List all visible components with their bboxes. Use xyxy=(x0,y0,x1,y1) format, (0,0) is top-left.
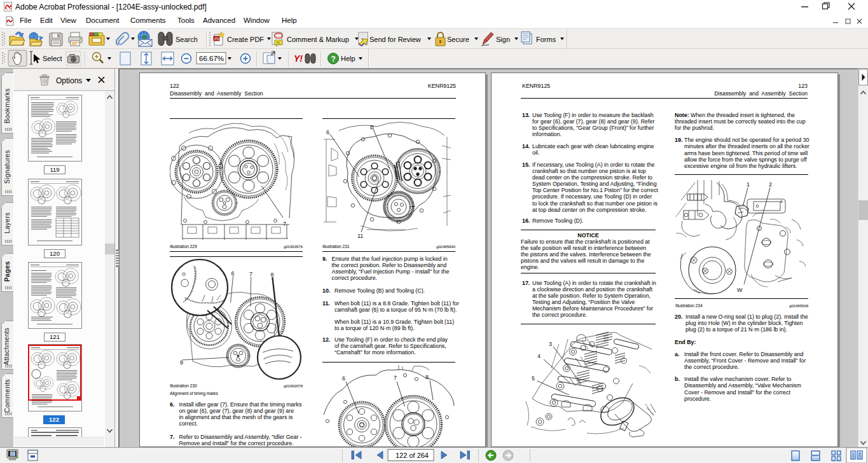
svg-text:7: 7 xyxy=(394,375,397,381)
svg-text:?: ? xyxy=(331,55,336,64)
svg-text:6: 6 xyxy=(342,375,345,382)
svg-text:3: 3 xyxy=(549,341,552,347)
svg-text:7: 7 xyxy=(249,271,252,277)
svg-text:8: 8 xyxy=(425,374,429,380)
svg-text:Y!: Y! xyxy=(294,53,303,64)
svg-text:7: 7 xyxy=(283,221,286,227)
svg-text:Search: Search xyxy=(176,36,198,43)
svg-text:Comment & Markup: Comment & Markup xyxy=(287,36,349,43)
svg-text:Sign: Sign xyxy=(496,36,510,43)
svg-text:9: 9 xyxy=(180,359,183,366)
svg-text:Help: Help xyxy=(341,55,355,62)
svg-text:B: B xyxy=(370,124,374,130)
svg-text:Secure: Secure xyxy=(447,36,469,43)
svg-text:6: 6 xyxy=(231,270,235,277)
svg-text:Forms: Forms xyxy=(536,36,556,43)
svg-text:2: 2 xyxy=(769,181,772,188)
svg-text:5: 5 xyxy=(532,375,535,382)
svg-text:8: 8 xyxy=(271,272,274,278)
svg-text:4: 4 xyxy=(537,353,541,359)
svg-text:122 of 264: 122 of 264 xyxy=(396,452,429,459)
svg-text:W: W xyxy=(737,287,743,293)
svg-text:Create PDF: Create PDF xyxy=(227,36,264,43)
svg-text:Options: Options xyxy=(56,76,82,85)
svg-text:Send for Review: Send for Review xyxy=(369,36,421,43)
svg-text:Select: Select xyxy=(43,55,62,62)
svg-text:6: 6 xyxy=(326,129,329,135)
svg-text:1: 1 xyxy=(747,181,750,188)
svg-text:11: 11 xyxy=(357,233,363,239)
svg-text:66.67%: 66.67% xyxy=(199,55,224,62)
